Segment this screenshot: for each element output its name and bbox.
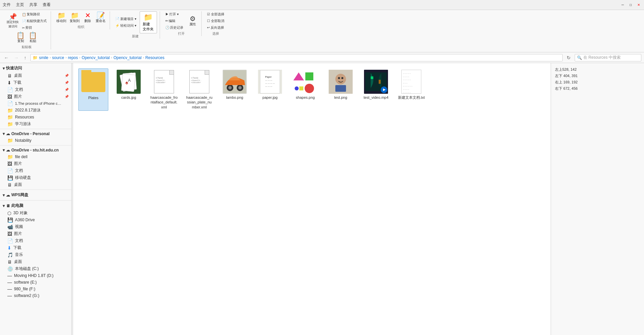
- path-resources[interactable]: Resources: [145, 55, 164, 60]
- file-dell-icon: 📁: [7, 154, 13, 159]
- file-item-test[interactable]: test.png: [326, 68, 356, 111]
- forward-button[interactable]: →: [13, 54, 20, 61]
- file-label-new-txt: 新建文本文档.txt: [398, 95, 425, 100]
- move-to-button[interactable]: 📁 移动到: [55, 11, 68, 24]
- quick-access-label: 快速访问: [6, 65, 22, 71]
- refresh-button[interactable]: ↻: [565, 54, 572, 61]
- file-item-shapes[interactable]: shapes.png: [290, 68, 320, 111]
- sidebar-item-game2022[interactable]: 📁 2022.8.17游泳: [0, 107, 71, 114]
- sidebar-item-desktop2[interactable]: 🖥 桌面: [0, 181, 71, 188]
- file-label-haarcascade-frontal: haarcascade_frontalface_default.xml: [150, 95, 178, 109]
- search-box[interactable]: 🔍 在 Resources 中搜索: [575, 54, 641, 61]
- copy-to-button[interactable]: 📁 复制到: [68, 11, 81, 24]
- sidebar-item-pictures3[interactable]: 🖼 图片: [0, 230, 71, 237]
- sidebar-label-notability: Notability: [15, 138, 31, 143]
- file-item-lambo[interactable]: lambo.png: [220, 68, 250, 111]
- onedrive-personal-header[interactable]: ▾ ☁ OneDrive - Personal: [0, 130, 71, 137]
- delete-button[interactable]: ✕ 删除: [82, 11, 94, 24]
- sidebar-item-docs3[interactable]: 📄 文档: [0, 237, 71, 244]
- onedrive-stu-header[interactable]: ▾ ☁ OneDrive - stu.hit.edu.cn: [0, 147, 71, 153]
- open-button[interactable]: ▶ 打开 ▾: [164, 11, 185, 17]
- path-repos[interactable]: repos: [68, 55, 78, 60]
- history-button[interactable]: 🕐 历史记录: [164, 25, 185, 31]
- close-button[interactable]: ✕: [636, 2, 641, 8]
- menu-view[interactable]: 查看: [43, 2, 51, 8]
- sidebar-item-documents[interactable]: 📄 文档 📌: [0, 86, 71, 93]
- properties-button[interactable]: ⚙ 属性: [187, 15, 199, 27]
- new-folder-button[interactable]: 📁 新建文件夹: [140, 11, 157, 33]
- path-opencv-tutorial2[interactable]: Opencv_tutorial: [114, 55, 142, 60]
- file-item-haarcascade-frontal[interactable]: <?xml <OpenCV... <cascade> haarcascade_f…: [149, 68, 179, 111]
- sidebar-item-pictures[interactable]: 🖼 图片 📌: [0, 93, 71, 100]
- sidebar-item-file-dell[interactable]: 📁 file dell: [0, 153, 71, 160]
- file-item-haarcascade-russian[interactable]: <?xml <OpenCV... <cascade> haarcascade_r…: [184, 68, 214, 111]
- sidebar-item-music[interactable]: 🎵 音乐: [0, 251, 71, 258]
- edit-button[interactable]: ✏ 编辑: [164, 18, 185, 24]
- copy-button[interactable]: 📋 复制: [15, 31, 26, 44]
- file-item-paper[interactable]: Paper — — — — — — — — — — paper.jpg: [255, 68, 285, 111]
- new-group-label: 新建: [132, 34, 139, 39]
- sidebar-label-a360: A360 Drive: [15, 218, 35, 222]
- sidebar-item-resources[interactable]: 📁 Resources: [0, 114, 71, 120]
- address-path[interactable]: 📁 smile › source › repos › Opencv_tutori…: [30, 54, 563, 61]
- wps-header[interactable]: ▾ ☁ WPS网盘: [0, 191, 71, 199]
- up-button[interactable]: ↑: [23, 54, 28, 61]
- sidebar-item-desktop[interactable]: 🖥 桌面 📌: [0, 72, 71, 79]
- file-item-test-video[interactable]: test_video.mp4: [361, 68, 391, 111]
- sidebar-item-software2-g[interactable]: — software2 (G:): [0, 292, 71, 299]
- quick-access-header[interactable]: ▾ 快速访问: [0, 64, 71, 72]
- sidebar-divider3: [0, 190, 71, 190]
- sidebar-label-file-dell: file dell: [15, 154, 27, 159]
- sidebar-item-notability[interactable]: 📁 Notability: [0, 137, 71, 144]
- minimize-button[interactable]: ─: [620, 2, 625, 8]
- file-item-cards[interactable]: ♠ A cards.jpg: [114, 68, 144, 111]
- sidebar-item-docs2[interactable]: 📄 文档: [0, 167, 71, 174]
- pin-to-quick-access-button[interactable]: 📌 固定到快速访问: [5, 13, 20, 29]
- this-pc-header[interactable]: ▾ 🖥 此电脑: [0, 202, 71, 210]
- sidebar-item-learn-swim[interactable]: 📁 学习游泳: [0, 120, 71, 127]
- menu-file[interactable]: 文件: [3, 2, 11, 8]
- sidebar-item-local-c[interactable]: 💿 本地磁盘 (C:): [0, 265, 71, 272]
- sidebar-label-desktop3: 桌面: [14, 259, 22, 265]
- copy-path-button[interactable]: 📋复制路径: [21, 11, 48, 17]
- paste-shortcut-button[interactable]: 📄粘贴快捷方式: [21, 18, 48, 24]
- back-button[interactable]: ←: [3, 54, 10, 61]
- sidebar-item-downloads2[interactable]: ⬇ 下载: [0, 244, 71, 251]
- software2-g-icon: —: [7, 293, 12, 298]
- paste-button[interactable]: 📋 粘贴: [27, 31, 38, 44]
- file-item-new-txt[interactable]: _ _ _ _ _ _ _ _ _ _ _ _ _ _ _ _ _ _ _ _ …: [396, 68, 426, 111]
- menu-home[interactable]: 主页: [16, 2, 24, 8]
- sidebar-item-3d[interactable]: ⬡ 3D 对象: [0, 210, 71, 217]
- select-all-button[interactable]: ☑ 全部选择: [206, 11, 226, 17]
- cut-button[interactable]: ✂剪切: [21, 25, 48, 31]
- easy-access-button[interactable]: ⚡ 轻松访问 ▾: [114, 23, 138, 29]
- sidebar-item-pictures2[interactable]: 🖼 图片: [0, 160, 71, 167]
- sidebar-item-a360[interactable]: 💾 A360 Drive: [0, 217, 71, 223]
- sidebar-item-videos[interactable]: 📹 视频: [0, 223, 71, 230]
- deselect-all-button[interactable]: ☐ 全部取消: [206, 18, 226, 24]
- sidebar-item-980-f[interactable]: — 980_file (F:): [0, 286, 71, 292]
- file-label-plates: Plates: [88, 95, 99, 100]
- svg-rect-12: [305, 72, 313, 80]
- path-source[interactable]: source: [52, 55, 64, 60]
- sidebar-item-downloads[interactable]: ⬇ 下载 📌: [0, 79, 71, 86]
- sidebar-item-iphone[interactable]: 📄 1.The process of iPhone cell transp: [0, 100, 71, 107]
- sidebar-label-docs3: 文档: [15, 238, 23, 244]
- invert-select-button[interactable]: ↩ 反向选择: [206, 25, 226, 31]
- ribbon-group-organize: 📁 移动到 📁 复制到 ✕ 删除 📝 重命名 组织: [52, 11, 110, 29]
- new-item-button[interactable]: 📄 新建项目 ▾: [114, 16, 138, 22]
- sidebar-item-desktop3[interactable]: 🖥 桌面: [0, 258, 71, 265]
- file-label-cards: cards.jpg: [121, 95, 136, 100]
- this-pc-icon: 🖥: [6, 204, 10, 208]
- sidebar-item-software-e[interactable]: — software (E:): [0, 279, 71, 286]
- xml-icon-russian: <?xml <OpenCV... <cascade>: [189, 70, 209, 93]
- file-item-plates[interactable]: Plates: [78, 68, 108, 111]
- path-opencv-tutorial1[interactable]: Opencv_tutorial: [82, 55, 110, 60]
- path-smile[interactable]: smile: [39, 55, 48, 60]
- sidebar-item-moving-hhd[interactable]: — Moving HHD 1.8T (D:): [0, 272, 71, 279]
- sidebar-item-mobile-hdd[interactable]: 💾 移动硬盘: [0, 174, 71, 181]
- rename-button[interactable]: 📝 重命名: [94, 11, 107, 24]
- menu-share[interactable]: 共享: [29, 2, 37, 8]
- file-thumbnail-haarcascade-russian: <?xml <OpenCV... <cascade>: [187, 70, 211, 94]
- maximize-button[interactable]: □: [628, 2, 633, 8]
